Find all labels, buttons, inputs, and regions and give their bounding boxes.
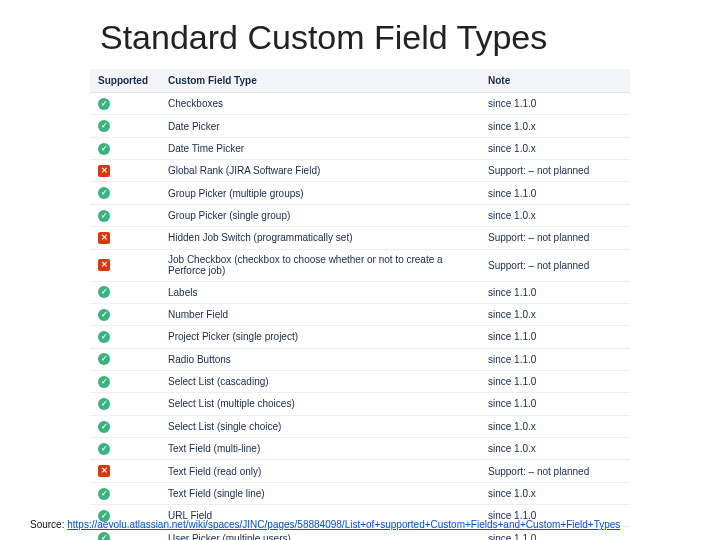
- check-icon: ✓: [98, 488, 110, 500]
- supported-cell: ✓: [90, 482, 160, 504]
- type-cell: Labels: [160, 281, 480, 303]
- check-icon: ✓: [98, 309, 110, 321]
- check-icon: ✓: [98, 331, 110, 343]
- table-row: ✓Group Picker (multiple groups)since 1.1…: [90, 182, 630, 204]
- table-row: ✓Project Picker (single project)since 1.…: [90, 326, 630, 348]
- cross-icon: ✕: [98, 232, 110, 244]
- type-cell: Hidden Job Switch (programmatically set): [160, 227, 480, 249]
- supported-cell: ✓: [90, 281, 160, 303]
- note-cell: since 1.1.0: [480, 348, 630, 370]
- supported-cell: ✓: [90, 137, 160, 159]
- table-row: ✓Select List (cascading)since 1.1.0: [90, 370, 630, 392]
- check-icon: ✓: [98, 353, 110, 365]
- check-icon: ✓: [98, 120, 110, 132]
- check-icon: ✓: [98, 187, 110, 199]
- table-row: ✓Select List (multiple choices)since 1.1…: [90, 393, 630, 415]
- note-cell: since 1.1.0: [480, 182, 630, 204]
- supported-cell: ✓: [90, 204, 160, 226]
- table-row: ✓Number Fieldsince 1.0.x: [90, 303, 630, 325]
- field-types-table: Supported Custom Field Type Note ✓Checkb…: [90, 69, 630, 540]
- cross-icon: ✕: [98, 165, 110, 177]
- type-cell: Radio Buttons: [160, 348, 480, 370]
- source-line: Source: https://aevolu.atlassian.net/wik…: [30, 519, 690, 530]
- check-icon: ✓: [98, 398, 110, 410]
- note-cell: since 1.1.0: [480, 281, 630, 303]
- type-cell: Project Picker (single project): [160, 326, 480, 348]
- table-header-row: Supported Custom Field Type Note: [90, 69, 630, 93]
- check-icon: ✓: [98, 143, 110, 155]
- supported-cell: ✓: [90, 370, 160, 392]
- note-cell: since 1.0.x: [480, 204, 630, 226]
- table-row: ✓Date Pickersince 1.0.x: [90, 115, 630, 137]
- table-row: ✕Global Rank (JIRA Software Field)Suppor…: [90, 160, 630, 182]
- col-note-header: Note: [480, 69, 630, 93]
- type-cell: Group Picker (multiple groups): [160, 182, 480, 204]
- check-icon: ✓: [98, 98, 110, 110]
- type-cell: Text Field (single line): [160, 482, 480, 504]
- table-row: ✓Select List (single choice)since 1.0.x: [90, 415, 630, 437]
- supported-cell: ✓: [90, 303, 160, 325]
- type-cell: Text Field (read only): [160, 460, 480, 482]
- field-types-table-wrap: Supported Custom Field Type Note ✓Checkb…: [90, 69, 630, 540]
- note-cell: since 1.0.x: [480, 303, 630, 325]
- col-supported-header: Supported: [90, 69, 160, 93]
- table-row: ✕Text Field (read only)Support: – not pl…: [90, 460, 630, 482]
- supported-cell: ✓: [90, 182, 160, 204]
- supported-cell: ✕: [90, 160, 160, 182]
- type-cell: Select List (multiple choices): [160, 393, 480, 415]
- supported-cell: ✓: [90, 348, 160, 370]
- supported-cell: ✓: [90, 438, 160, 460]
- note-cell: since 1.0.x: [480, 115, 630, 137]
- note-cell: since 1.1.0: [480, 393, 630, 415]
- note-cell: since 1.1.0: [480, 326, 630, 348]
- table-row: ✓Group Picker (single group)since 1.0.x: [90, 204, 630, 226]
- table-row: ✓Labelssince 1.1.0: [90, 281, 630, 303]
- note-cell: since 1.1.0: [480, 93, 630, 115]
- table-row: ✓Checkboxessince 1.1.0: [90, 93, 630, 115]
- table-row: ✕Hidden Job Switch (programmatically set…: [90, 227, 630, 249]
- table-row: ✓Text Field (multi-line)since 1.0.x: [90, 438, 630, 460]
- table-row: ✓Text Field (single line)since 1.0.x: [90, 482, 630, 504]
- check-icon: ✓: [98, 286, 110, 298]
- type-cell: Number Field: [160, 303, 480, 325]
- note-cell: Support: – not planned: [480, 249, 630, 281]
- supported-cell: ✓: [90, 393, 160, 415]
- check-icon: ✓: [98, 443, 110, 455]
- type-cell: Global Rank (JIRA Software Field): [160, 160, 480, 182]
- type-cell: Checkboxes: [160, 93, 480, 115]
- type-cell: Select List (cascading): [160, 370, 480, 392]
- type-cell: Select List (single choice): [160, 415, 480, 437]
- note-cell: Support: – not planned: [480, 227, 630, 249]
- cross-icon: ✕: [98, 259, 110, 271]
- supported-cell: ✓: [90, 115, 160, 137]
- check-icon: ✓: [98, 421, 110, 433]
- note-cell: since 1.0.x: [480, 137, 630, 159]
- table-row: ✕Job Checkbox (checkbox to choose whethe…: [90, 249, 630, 281]
- table-row: ✓Radio Buttonssince 1.1.0: [90, 348, 630, 370]
- supported-cell: ✕: [90, 227, 160, 249]
- supported-cell: ✓: [90, 415, 160, 437]
- note-cell: since 1.0.x: [480, 415, 630, 437]
- type-cell: Job Checkbox (checkbox to choose whether…: [160, 249, 480, 281]
- type-cell: Date Time Picker: [160, 137, 480, 159]
- type-cell: Group Picker (single group): [160, 204, 480, 226]
- type-cell: Text Field (multi-line): [160, 438, 480, 460]
- note-cell: Support: – not planned: [480, 460, 630, 482]
- slide: Standard Custom Field Types Supported Cu…: [0, 0, 720, 540]
- check-icon: ✓: [98, 532, 110, 540]
- cross-icon: ✕: [98, 465, 110, 477]
- source-label: Source:: [30, 519, 67, 530]
- note-cell: since 1.1.0: [480, 370, 630, 392]
- note-cell: Support: – not planned: [480, 160, 630, 182]
- check-icon: ✓: [98, 210, 110, 222]
- supported-cell: ✓: [90, 326, 160, 348]
- col-type-header: Custom Field Type: [160, 69, 480, 93]
- supported-cell: ✕: [90, 249, 160, 281]
- page-title: Standard Custom Field Types: [100, 18, 690, 57]
- note-cell: since 1.0.x: [480, 438, 630, 460]
- type-cell: Date Picker: [160, 115, 480, 137]
- table-row: ✓Date Time Pickersince 1.0.x: [90, 137, 630, 159]
- note-cell: since 1.0.x: [480, 482, 630, 504]
- source-link[interactable]: https://aevolu.atlassian.net/wiki/spaces…: [67, 519, 620, 530]
- supported-cell: ✕: [90, 460, 160, 482]
